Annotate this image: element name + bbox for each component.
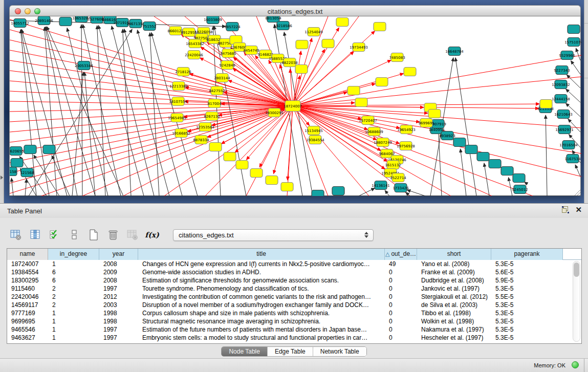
network-node[interactable] [209, 143, 222, 151]
network-node[interactable] [376, 78, 388, 86]
table-source-dropdown[interactable]: citations_edges.txt [173, 229, 374, 241]
network-node[interactable] [355, 98, 367, 107]
network-node[interactable] [236, 161, 248, 169]
network-node[interactable]: 22420046 [185, 51, 203, 59]
network-node[interactable] [477, 152, 489, 161]
tab-node-table[interactable]: Node Table [222, 347, 268, 356]
network-node[interactable]: 8938923 [439, 132, 455, 140]
column-header-in_degree[interactable]: in_degree [48, 249, 99, 260]
float-panel-icon[interactable] [562, 206, 569, 213]
network-node[interactable]: 12093832 [552, 80, 570, 89]
column-header-pagerank[interactable]: pagerank [491, 249, 563, 260]
network-node[interactable] [250, 169, 263, 178]
network-node[interactable]: 9245012 [512, 185, 528, 194]
network-node[interactable] [11, 159, 23, 167]
network-node[interactable] [59, 17, 72, 26]
network-node[interactable]: 15692971 [555, 125, 574, 134]
network-node[interactable]: 9242848 [219, 61, 235, 70]
column-header-title[interactable]: title [138, 249, 385, 260]
network-node[interactable]: 2718126 [175, 68, 191, 76]
network-node[interactable] [453, 138, 466, 147]
network-node[interactable] [332, 187, 344, 195]
network-node[interactable] [513, 174, 525, 183]
network-node[interactable]: 10688609 [365, 127, 383, 136]
network-node[interactable]: 1615132 [385, 161, 401, 169]
unmerge-rows-icon[interactable] [68, 228, 81, 242]
table-scrollbar[interactable] [573, 261, 580, 342]
network-node[interactable]: 18724007 [284, 101, 302, 112]
network-node[interactable] [336, 18, 349, 27]
table-settings-icon[interactable] [9, 228, 23, 242]
network-node[interactable]: 2522714 [390, 173, 406, 182]
network-node[interactable]: 19756928 [397, 142, 415, 150]
table-row[interactable]: 1830029562008Estimation of significance … [7, 276, 572, 285]
delete-table-icon[interactable] [106, 228, 120, 242]
column-header-name[interactable]: name [7, 249, 48, 260]
network-node[interactable]: 1167534 [564, 155, 581, 163]
network-node[interactable] [347, 86, 360, 95]
table-row[interactable]: 1872400712008Changes of HCN gene express… [7, 260, 572, 268]
column-header-short[interactable]: short [417, 249, 491, 260]
network-node[interactable]: 817004 [208, 99, 222, 108]
network-node[interactable] [312, 190, 324, 196]
network-node[interactable]: 19654923 [397, 125, 416, 134]
network-node[interactable]: 19654985 [168, 114, 186, 122]
table-row[interactable]: 969969511998Structural magnetic resonanc… [7, 317, 572, 325]
network-node[interactable]: 19166852 [172, 129, 190, 138]
close-panel-icon[interactable]: ✕ [575, 206, 582, 213]
network-node[interactable]: 8822038 [281, 58, 297, 67]
tab-network-table[interactable]: Network Table [313, 347, 366, 356]
network-node[interactable] [374, 23, 386, 31]
table-row[interactable]: 911546021997Tourette syndrome. Phenomeno… [7, 285, 572, 293]
network-node[interactable] [501, 167, 513, 176]
table-row[interactable]: 1938455462009Genome-wide association stu… [7, 268, 572, 276]
network-node[interactable]: 7485083 [389, 53, 405, 62]
network-node[interactable]: 14055712 [11, 19, 29, 28]
network-node[interactable]: 8267130 [204, 112, 220, 121]
network-node[interactable] [24, 145, 36, 154]
network-node[interactable]: 16210643 [554, 110, 573, 119]
network-node[interactable]: 751552 [143, 22, 157, 31]
resize-grip[interactable] [575, 189, 581, 195]
network-node[interactable] [465, 145, 477, 154]
network-node[interactable]: 16648784 [445, 47, 464, 56]
network-canvas[interactable]: 1405571220891406106532871527600264661621… [10, 16, 581, 196]
network-node[interactable]: 19384554 [306, 136, 324, 144]
network-node[interactable]: 2620655 [10, 147, 24, 156]
table-row[interactable]: 946554611997Estimation of the future num… [7, 325, 572, 334]
expand-left-panel-icon[interactable] [1, 176, 3, 180]
network-node[interactable]: 7857224 [224, 23, 241, 31]
network-node[interactable] [43, 145, 55, 154]
network-node[interactable] [540, 100, 552, 108]
network-node[interactable]: 12353584 [196, 123, 214, 132]
network-node[interactable]: 11254049 [304, 28, 323, 36]
network-node[interactable] [281, 183, 293, 191]
network-node[interactable]: 20053346 [75, 61, 93, 70]
network-node[interactable] [266, 176, 278, 185]
table-row[interactable]: 2242004622012Investigating the contribut… [7, 293, 572, 301]
network-node[interactable]: 8454749 [243, 46, 259, 55]
right-panel-splitter[interactable] [584, 0, 588, 203]
left-panel-splitter[interactable] [0, 0, 4, 203]
network-node[interactable]: 1733426 [393, 184, 409, 192]
network-node[interactable] [296, 40, 308, 49]
network-node[interactable]: 12444158 [552, 95, 570, 103]
network-node[interactable]: 9227343 [554, 66, 570, 75]
network-node[interactable]: 121568 [20, 168, 34, 177]
network-node[interactable] [322, 39, 334, 48]
network-node[interactable]: 9699695 [418, 119, 434, 127]
network-node[interactable] [428, 110, 441, 118]
network-node[interactable]: 18807249 [374, 138, 392, 147]
network-view-window[interactable]: citations_edges.txt 14055712208914061065… [9, 5, 581, 196]
network-node[interactable]: 2803144 [214, 74, 230, 82]
new-table-icon[interactable] [87, 228, 100, 242]
network-node[interactable]: 8475685 [220, 49, 236, 58]
network-node[interactable]: 15751074 [564, 38, 581, 47]
network-node[interactable]: 8427552 [209, 86, 225, 95]
tab-edge-table[interactable]: Edge Table [268, 347, 313, 356]
network-node[interactable]: 39158 [10, 167, 17, 176]
select-all-rows-icon[interactable] [48, 228, 61, 242]
network-node[interactable] [568, 25, 580, 34]
network-node[interactable] [224, 152, 236, 161]
scrollbar-thumb[interactable] [574, 262, 579, 277]
